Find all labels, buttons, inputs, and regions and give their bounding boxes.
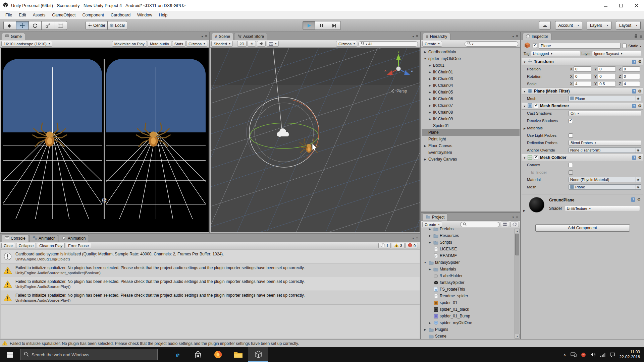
help-icon[interactable]: [632, 60, 636, 64]
gameobject-name-field[interactable]: Plane: [539, 43, 621, 49]
anchor-override-field[interactable]: None (Transform): [569, 147, 641, 153]
help-icon[interactable]: [632, 156, 636, 160]
panel-menu-icon[interactable]: [640, 34, 642, 39]
hierarchy-item-ik-chain09[interactable]: ▶IK Chain09: [422, 116, 520, 122]
lock-icon[interactable]: [634, 34, 638, 39]
action-center-icon[interactable]: [610, 352, 615, 357]
foldout-collapsed-icon[interactable]: ▶: [423, 51, 427, 54]
project-item-spider-01-bump[interactable]: spider_01_Bump: [422, 313, 515, 319]
gear-icon[interactable]: [638, 104, 642, 108]
object-picker-icon[interactable]: [636, 148, 640, 153]
tag-dropdown[interactable]: Untagged: [531, 51, 580, 56]
space-mode-button[interactable]: Local: [108, 21, 127, 30]
edge-icon[interactable]: e: [168, 347, 188, 362]
warning-count-toggle[interactable]: 3: [392, 243, 405, 248]
foldout-collapsed-icon[interactable]: ▶: [423, 144, 427, 147]
shading-mode-dropdown[interactable]: Shaded: [211, 41, 233, 47]
physic-material-field[interactable]: None (Physic Material): [569, 177, 641, 182]
help-icon[interactable]: [632, 104, 636, 108]
foldout-collapsed-icon[interactable]: ▶: [423, 158, 427, 161]
menu-file[interactable]: File: [2, 11, 15, 19]
tab-project[interactable]: Project: [423, 214, 448, 221]
console-message[interactable]: Failed to initialize spatializer. No plu…: [1, 277, 420, 291]
foldout-collapsed-icon[interactable]: ▶: [428, 84, 432, 87]
pause-button[interactable]: [315, 21, 328, 30]
convex-checkbox[interactable]: [569, 163, 573, 167]
close-button[interactable]: [629, 0, 644, 11]
static-checkbox[interactable]: [622, 44, 627, 48]
project-item-labelholder[interactable]: !LabelHolder: [422, 273, 515, 279]
status-bar[interactable]: Failed to initialize spatializer. No plu…: [0, 339, 644, 347]
menu-cardboard[interactable]: Cardboard: [107, 11, 134, 19]
panel-dropdown-icon[interactable]: [512, 215, 514, 219]
panel-dropdown-icon[interactable]: [512, 34, 514, 39]
menu-component[interactable]: Component: [79, 11, 107, 19]
stats-button[interactable]: Stats: [172, 41, 185, 47]
scale-z-field[interactable]: 4: [622, 81, 640, 86]
project-item-fs-rotatethis[interactable]: JSFS_rotateThis: [422, 286, 515, 293]
aspect-ratio-dropdown[interactable]: 16:10 Landscape (16:10): [1, 41, 52, 47]
scene-lighting-button[interactable]: [248, 41, 256, 47]
scene-search-field[interactable]: All: [358, 41, 418, 47]
cardboard-settings-gear-icon[interactable]: ⚙: [101, 197, 107, 204]
sync-error-tray-icon[interactable]: [581, 352, 586, 357]
help-icon[interactable]: [631, 197, 635, 202]
project-item-scripts[interactable]: ▶Scripts: [422, 239, 515, 246]
scene-audio-button[interactable]: [257, 41, 266, 47]
foldout-collapsed-icon[interactable]: ▶: [423, 328, 427, 331]
foldout-collapsed-icon[interactable]: ▶: [428, 64, 432, 67]
mute-audio-button[interactable]: Mute audio: [148, 41, 171, 47]
panel-menu-icon[interactable]: [416, 34, 418, 39]
position-y-field[interactable]: 0: [598, 66, 615, 72]
tab-console[interactable]: Console: [2, 235, 29, 242]
rotation-z-field[interactable]: 0: [622, 74, 640, 79]
shader-dropdown[interactable]: Unlit/Texture: [565, 206, 640, 211]
project-item-fantasyspider[interactable]: fantasySpider: [422, 279, 515, 286]
maximize-button[interactable]: [613, 0, 629, 11]
tab-hierarchy[interactable]: Hierarchy: [423, 33, 450, 40]
search-filter-dropdown-icon[interactable]: [472, 42, 474, 46]
hierarchy-item-floor-canvas[interactable]: ▶Floor Canvas: [422, 142, 520, 149]
project-item-materials[interactable]: ▶Materials: [422, 266, 515, 273]
menu-edit[interactable]: Edit: [15, 11, 30, 19]
collapse-button[interactable]: Collapse: [16, 243, 36, 248]
project-item-spider-01-black[interactable]: spider_01_black: [422, 306, 515, 313]
object-picker-icon[interactable]: [636, 177, 640, 182]
foldout-closed-icon[interactable]: [523, 208, 525, 213]
object-picker-icon[interactable]: [636, 96, 640, 101]
console-message[interactable]: Failed to initialize spatializer. No plu…: [1, 263, 420, 277]
project-item-license[interactable]: LICENSE: [422, 246, 515, 252]
hierarchy-item-ik-chain05[interactable]: ▶IK Chain05: [422, 89, 520, 96]
mesh-object-field[interactable]: Plane: [569, 96, 641, 101]
volume-icon[interactable]: [590, 352, 596, 357]
project-item-scene[interactable]: Scene: [422, 333, 515, 339]
project-item-spider-myoldone[interactable]: ▶spider_myOldOne: [422, 319, 515, 326]
clear-on-play-button[interactable]: Clear on Play: [37, 243, 65, 248]
gear-icon[interactable]: [637, 197, 641, 202]
foldout-closed-icon[interactable]: [524, 126, 526, 130]
taskbar-search[interactable]: Search the web and Windows: [20, 349, 158, 360]
mesh-collider-component-header[interactable]: Mesh Collider: [522, 154, 643, 161]
foldout-collapsed-icon[interactable]: ▶: [428, 91, 432, 94]
foldout-collapsed-icon[interactable]: ▶: [428, 321, 432, 324]
project-item-resources[interactable]: ▶Resources: [422, 232, 515, 239]
maximize-on-play-button[interactable]: Maximize on Play: [112, 41, 147, 47]
project-scrollbar[interactable]: ▲ ▼: [515, 229, 520, 339]
foldout-open-icon[interactable]: [523, 59, 526, 64]
foldout-collapsed-icon[interactable]: ▶: [428, 241, 432, 244]
mesh-renderer-component-header[interactable]: Mesh Renderer: [522, 102, 643, 110]
foldout-open-icon[interactable]: [523, 155, 526, 160]
taskbar-clock[interactable]: 11:03 22-02-2016: [620, 350, 640, 360]
scene-viewport[interactable]: y x z Persp: [211, 48, 420, 232]
console-message[interactable]: Failed to initialize spatializer. No plu…: [1, 291, 420, 305]
rotation-y-field[interactable]: 0: [598, 74, 615, 79]
tray-expand-icon[interactable]: [564, 353, 566, 357]
hierarchy-item-spider01[interactable]: Spider01: [422, 122, 520, 129]
cast-shadows-dropdown[interactable]: On: [569, 111, 641, 116]
menu-gameobject[interactable]: GameObject: [49, 11, 79, 19]
layer-dropdown[interactable]: Ignore Raycast: [592, 51, 641, 56]
foldout-collapsed-icon[interactable]: ▶: [428, 98, 432, 101]
start-button[interactable]: [0, 347, 19, 362]
project-item-plugins[interactable]: ▶Plugins: [422, 326, 515, 333]
scroll-down-arrow[interactable]: ▼: [515, 334, 520, 339]
